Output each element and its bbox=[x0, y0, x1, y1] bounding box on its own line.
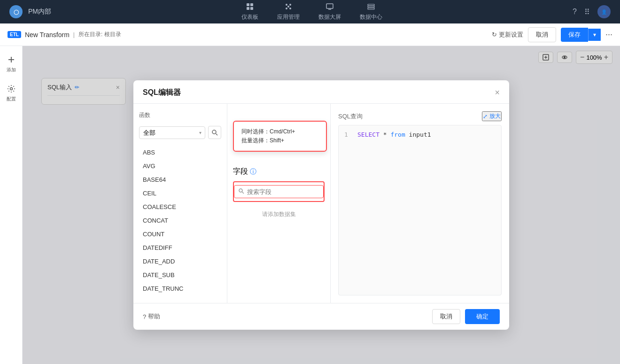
func-item-abs[interactable]: ABS bbox=[139, 146, 221, 159]
sub-header-right: ↻ 更新设置 取消 保存 ▾ ··· bbox=[492, 27, 612, 42]
fields-empty-text: 请添加数据集 bbox=[233, 210, 325, 218]
func-select-wrapper: 全部 数学 字符串 日期 聚合 ▾ bbox=[139, 126, 205, 139]
app-logo: ◯ bbox=[9, 5, 23, 18]
user-avatar[interactable]: 👤 bbox=[597, 5, 611, 18]
etl-badge: ETL bbox=[8, 31, 21, 38]
dialog-title: SQL编辑器 bbox=[143, 88, 181, 98]
func-item-date-trunc[interactable]: DATE_TRUNC bbox=[139, 282, 221, 295]
svg-point-5 bbox=[286, 4, 287, 6]
func-item-coalesce[interactable]: COALESCE bbox=[139, 200, 221, 214]
tooltip-popup: 同时选择：Cmd/Ctrl+ 批量选择：Shift+ bbox=[233, 121, 327, 152]
logo-icon: ◯ bbox=[14, 9, 19, 15]
cancel-button[interactable]: 取消 bbox=[528, 27, 556, 42]
fields-label-row: 字段 ⓘ bbox=[233, 167, 325, 177]
sidebar-add-button[interactable]: 添加 bbox=[3, 52, 20, 77]
help-icon: ? bbox=[143, 313, 146, 320]
svg-rect-12 bbox=[368, 6, 374, 8]
func-item-concat[interactable]: CONCAT bbox=[139, 214, 221, 227]
svg-rect-1 bbox=[250, 3, 253, 6]
fields-label: 字段 bbox=[233, 167, 248, 177]
dialog-close-button[interactable]: × bbox=[495, 88, 500, 98]
func-search-button[interactable] bbox=[208, 126, 221, 139]
tooltip-line1: 同时选择：Cmd/Ctrl+ bbox=[241, 127, 318, 136]
sidebar-config-button[interactable]: 配置 bbox=[3, 81, 20, 106]
func-item-datediff[interactable]: DATEDIFF bbox=[139, 241, 221, 255]
sql-content: SELECT * from input1 bbox=[357, 131, 431, 138]
nav-brand: ◯ PM内部 bbox=[9, 5, 51, 18]
avatar-icon: 👤 bbox=[601, 9, 607, 15]
help-icon[interactable]: ? bbox=[573, 8, 577, 16]
dialog-overlay: SQL编辑器 × 函数 全部 数学 字符串 bbox=[23, 46, 620, 364]
add-icon bbox=[7, 55, 16, 66]
func-item-date-sub[interactable]: DATE_SUB bbox=[139, 268, 221, 282]
svg-point-20 bbox=[212, 130, 216, 134]
data-center-icon bbox=[367, 3, 375, 12]
fields-search-input[interactable] bbox=[247, 188, 319, 195]
nav-data-screen[interactable]: 数据大屏 bbox=[318, 3, 341, 21]
sql-wildcard: * bbox=[383, 131, 391, 138]
config-icon bbox=[7, 85, 16, 95]
sql-table: input1 bbox=[409, 131, 431, 138]
nav-data-center-label: 数据中心 bbox=[360, 13, 382, 21]
update-settings-button[interactable]: ↻ 更新设置 bbox=[492, 31, 523, 39]
refresh-icon: ↻ bbox=[492, 31, 497, 38]
functions-panel-label: 函数 bbox=[139, 111, 221, 119]
sub-header: ETL New Transform | 所在目录: 根目录 ↻ 更新设置 取消 … bbox=[0, 23, 620, 46]
expand-icon: ⤢ bbox=[483, 113, 488, 120]
nav-app-mgmt[interactable]: 应用管理 bbox=[277, 3, 300, 21]
nav-app-mgmt-label: 应用管理 bbox=[277, 13, 300, 21]
sql-select-keyword: SELECT bbox=[357, 131, 380, 138]
breadcrumb-value: 根目录 bbox=[104, 31, 121, 38]
save-button[interactable]: 保存 bbox=[561, 28, 588, 42]
nav-data-screen-label: 数据大屏 bbox=[318, 13, 341, 21]
svg-rect-13 bbox=[368, 8, 374, 9]
top-navigation: ◯ PM内部 仪表板 应用管理 数据大屏 数据中心 bbox=[0, 0, 620, 23]
func-item-base64[interactable]: BASE64 bbox=[139, 173, 221, 186]
app-title: PM内部 bbox=[28, 8, 51, 16]
func-filter-select[interactable]: 全部 数学 字符串 日期 聚合 bbox=[139, 126, 205, 139]
breadcrumb-prefix: 所在目录: bbox=[78, 31, 102, 38]
svg-rect-11 bbox=[368, 4, 374, 6]
transform-name[interactable]: New Transform bbox=[25, 31, 70, 39]
svg-rect-0 bbox=[247, 3, 249, 6]
dialog-cancel-button[interactable]: 取消 bbox=[432, 309, 460, 324]
func-item-avg[interactable]: AVG bbox=[139, 159, 221, 173]
left-sidebar: 添加 配置 bbox=[0, 46, 23, 364]
func-item-ceil[interactable]: CEIL bbox=[139, 186, 221, 200]
search-icon bbox=[211, 129, 218, 136]
nav-right: ? ⠿ 👤 bbox=[573, 5, 611, 18]
fields-info-icon[interactable]: ⓘ bbox=[250, 168, 256, 176]
fields-search-outer bbox=[233, 181, 325, 202]
help-label: 帮助 bbox=[148, 312, 160, 321]
more-button[interactable]: ··· bbox=[605, 30, 612, 39]
sql-panel: SQL查询 ⤢ 放大 1 SELECT * bbox=[331, 104, 509, 303]
nav-data-center[interactable]: 数据中心 bbox=[360, 3, 382, 21]
dialog-confirm-button[interactable]: 确定 bbox=[465, 309, 500, 324]
func-item-count[interactable]: COUNT bbox=[139, 227, 221, 241]
fields-panel: 同时选择：Cmd/Ctrl+ 批量选择：Shift+ 字段 ⓘ bbox=[227, 104, 331, 303]
tooltip-line2: 批量选择：Shift+ bbox=[241, 136, 318, 145]
func-list: ABS AVG BASE64 CEIL COALESCE CONCAT COUN… bbox=[139, 146, 221, 295]
save-dropdown-arrow[interactable]: ▾ bbox=[588, 29, 601, 41]
grid-icon[interactable]: ⠿ bbox=[584, 8, 590, 16]
canvas-area: − 100% + SQL输入 ✏ × SQL编辑器 × bbox=[23, 46, 620, 364]
fields-search-box bbox=[234, 185, 324, 198]
func-item-date-add[interactable]: DATE_ADD bbox=[139, 255, 221, 268]
svg-rect-3 bbox=[250, 7, 253, 10]
svg-point-16 bbox=[10, 88, 12, 90]
help-button[interactable]: ? 帮助 bbox=[143, 312, 160, 321]
breadcrumb: 所在目录: 根目录 bbox=[78, 31, 121, 39]
functions-panel: 函数 全部 数学 字符串 日期 聚合 ▾ bbox=[133, 104, 227, 303]
sidebar-add-label: 添加 bbox=[7, 67, 16, 73]
sql-editor-area[interactable]: 1 SELECT * from input1 bbox=[338, 125, 502, 295]
expand-label: 放大 bbox=[489, 112, 501, 120]
sql-expand-button[interactable]: ⤢ 放大 bbox=[482, 111, 502, 121]
sidebar-config-label: 配置 bbox=[7, 96, 16, 102]
sql-panel-label: SQL查询 bbox=[338, 112, 363, 121]
dialog-body: 函数 全部 数学 字符串 日期 聚合 ▾ bbox=[133, 104, 509, 303]
nav-dashboard[interactable]: 仪表板 bbox=[241, 3, 258, 21]
sub-header-left: ETL New Transform | 所在目录: 根目录 bbox=[8, 31, 121, 39]
svg-point-22 bbox=[239, 189, 242, 192]
sql-panel-header: SQL查询 ⤢ 放大 bbox=[338, 111, 502, 121]
svg-point-8 bbox=[289, 8, 291, 9]
